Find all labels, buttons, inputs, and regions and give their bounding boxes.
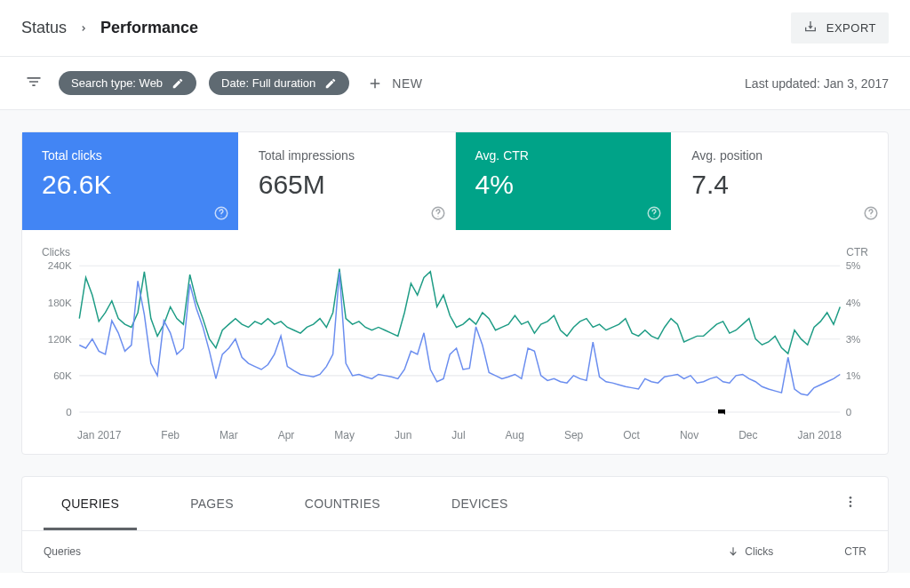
content-area: Total clicks 26.6K Total impressions 665… [0, 110, 910, 573]
stat-label: Avg. CTR [475, 148, 652, 163]
chevron-right-icon [79, 19, 88, 37]
svg-point-25 [850, 505, 852, 507]
svg-point-1 [220, 216, 221, 217]
top-bar: Status Performance EXPORT [0, 0, 910, 57]
arrow-down-icon [727, 545, 739, 558]
stat-label: Total clicks [42, 148, 219, 163]
breakdown-card: QUERIES PAGES COUNTRIES DEVICES Queries … [21, 476, 889, 573]
column-ctr[interactable]: CTR [844, 545, 866, 558]
breadcrumb: Status Performance [21, 19, 198, 37]
tab-devices[interactable]: DEVICES [434, 477, 526, 530]
x-tick: Mar [220, 429, 238, 441]
svg-text:60K: 60K [53, 369, 72, 381]
svg-point-24 [850, 500, 852, 503]
x-tick: Jul [451, 429, 465, 441]
pencil-icon [172, 77, 184, 90]
help-icon[interactable] [646, 205, 662, 221]
chip-label: Search type: Web [71, 76, 163, 90]
new-filter-button[interactable]: NEW [362, 72, 427, 95]
stat-value: 665M [259, 170, 435, 200]
stat-total-clicks[interactable]: Total clicks 26.6K [22, 132, 239, 230]
x-tick: Aug [506, 429, 524, 441]
breadcrumb-root[interactable]: Status [21, 19, 67, 37]
svg-text:3%: 3% [846, 333, 861, 345]
left-axis-title: Clicks [42, 246, 70, 258]
right-axis-title: CTR [846, 246, 868, 258]
svg-text:5%: 5% [846, 262, 861, 271]
stat-row: Total clicks 26.6K Total impressions 665… [22, 132, 888, 230]
x-tick: Jan 2018 [798, 429, 842, 441]
x-tick: Oct [623, 429, 640, 441]
more-menu-icon[interactable] [834, 486, 866, 521]
tabs-row: QUERIES PAGES COUNTRIES DEVICES [22, 477, 888, 531]
help-icon[interactable] [863, 205, 879, 221]
stat-label: Avg. position [691, 148, 868, 163]
svg-point-7 [870, 216, 871, 217]
tab-countries[interactable]: COUNTRIES [287, 477, 398, 530]
stat-total-impressions[interactable]: Total impressions 665M [239, 132, 456, 230]
x-tick: Dec [738, 429, 757, 441]
export-label: EXPORT [826, 21, 876, 35]
x-axis-ticks: Jan 2017FebMarAprMayJunJulAugSepOctNovDe… [42, 429, 868, 441]
filter-icon[interactable] [21, 69, 46, 97]
stat-value: 7.4 [691, 170, 868, 200]
svg-text:120K: 120K [48, 333, 72, 345]
svg-point-5 [654, 216, 655, 217]
stat-value: 26.6K [42, 170, 219, 200]
page-title: Performance [100, 19, 198, 37]
help-icon[interactable] [430, 205, 446, 221]
svg-text:1%: 1% [846, 369, 861, 381]
new-label: NEW [392, 76, 422, 91]
x-tick: Feb [161, 429, 180, 441]
svg-text:180K: 180K [48, 297, 72, 308]
svg-text:4%: 4% [846, 297, 861, 308]
svg-text:0: 0 [846, 406, 851, 417]
stat-value: 4% [475, 170, 652, 200]
filter-chip-search-type[interactable]: Search type: Web [59, 71, 196, 95]
column-queries[interactable]: Queries [44, 545, 727, 558]
column-clicks[interactable]: Clicks [727, 545, 773, 558]
tab-queries[interactable]: QUERIES [44, 477, 137, 530]
plus-icon [367, 75, 383, 91]
download-icon [803, 20, 818, 36]
svg-text:240K: 240K [48, 262, 72, 271]
x-tick: Nov [680, 429, 698, 441]
svg-point-23 [850, 497, 852, 499]
x-tick: Jun [395, 429, 411, 441]
table-header: Queries Clicks CTR [22, 531, 888, 572]
x-tick: Jan 2017 [77, 429, 121, 441]
last-updated: Last updated: Jan 3, 2017 [745, 76, 889, 91]
performance-chart[interactable]: 240K5%180K4%120K3%60K1%00 [42, 262, 868, 422]
annotation-marker-icon[interactable] [715, 406, 728, 422]
chart-area: Clicks CTR 240K5%180K4%120K3%60K1%00 Jan… [22, 230, 888, 454]
svg-point-3 [437, 216, 438, 217]
tab-pages[interactable]: PAGES [172, 477, 251, 530]
filter-chip-date[interactable]: Date: Full duration [209, 71, 349, 95]
x-tick: May [334, 429, 355, 441]
col-clicks-label: Clicks [745, 545, 773, 558]
stat-avg-position[interactable]: Avg. position 7.4 [672, 132, 888, 230]
stat-label: Total impressions [259, 148, 435, 163]
x-tick: Apr [278, 429, 295, 441]
pencil-icon [324, 77, 337, 90]
performance-card: Total clicks 26.6K Total impressions 665… [21, 131, 889, 455]
x-tick: Sep [564, 429, 583, 441]
stat-avg-ctr[interactable]: Avg. CTR 4% [456, 132, 673, 230]
filter-bar: Search type: Web Date: Full duration NEW… [0, 57, 910, 110]
export-button[interactable]: EXPORT [791, 12, 889, 44]
svg-text:0: 0 [66, 406, 71, 417]
chip-label: Date: Full duration [221, 76, 315, 90]
help-icon[interactable] [213, 205, 229, 221]
